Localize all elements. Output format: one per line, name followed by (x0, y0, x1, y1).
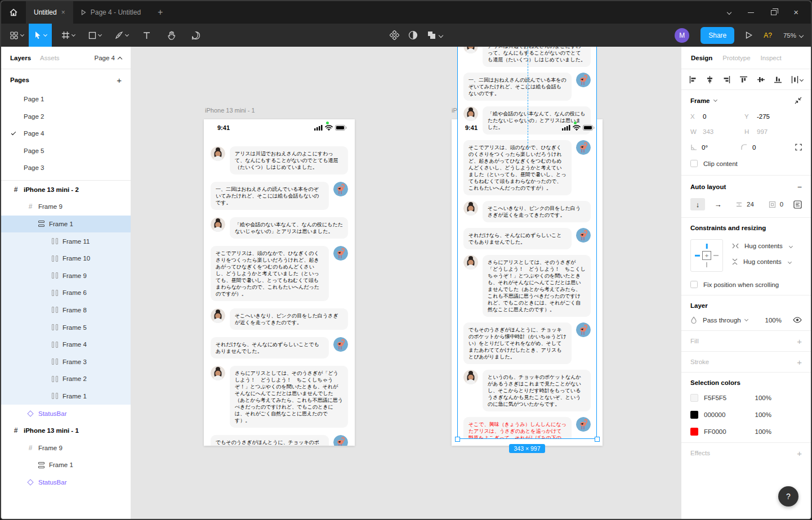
constraint-right-mark[interactable] (713, 255, 719, 256)
layer-row[interactable]: Frame 6 (1, 284, 131, 302)
component-icon[interactable] (390, 30, 399, 40)
selected-frame-1[interactable]: アリスは川辺でおねえさんのよこにすわって、なんにもすることがないのでとても退屈（… (457, 47, 597, 439)
restore-icon[interactable] (771, 10, 777, 15)
zoom-level-dropdown[interactable]: 75% (783, 32, 803, 39)
layer-row[interactable]: Frame 1 (1, 388, 131, 405)
selection-color-row[interactable]: F5F5F5 100% (690, 394, 802, 402)
tab-layers[interactable]: Layers (10, 55, 31, 61)
color-swatch[interactable] (690, 428, 698, 436)
constraint-center-icon[interactable]: + (702, 251, 711, 260)
tab-prototype[interactable]: Prototype (722, 55, 750, 61)
constraint-top-mark[interactable] (706, 244, 708, 249)
font-preview-toggle[interactable]: A? (764, 32, 772, 39)
text-tool-button[interactable] (138, 24, 155, 47)
selection-handle-bottom-right[interactable] (595, 437, 600, 442)
independent-corners-icon[interactable] (795, 144, 802, 151)
page-item[interactable]: Page 1 (1, 91, 131, 108)
constraints-widget[interactable]: + (690, 239, 723, 272)
add-fill-button[interactable]: + (797, 337, 802, 346)
layout-direction-vertical-button[interactable]: ↓ (690, 198, 705, 210)
visibility-eye-icon[interactable] (793, 317, 802, 323)
align-top-icon[interactable] (740, 76, 747, 83)
collapse-icon[interactable] (795, 97, 802, 104)
layer-row[interactable]: #Frame 9 (1, 439, 131, 456)
avatar[interactable]: M (675, 28, 689, 43)
constraint-bottom-mark[interactable] (706, 262, 707, 267)
padding-input[interactable]: 0 (769, 201, 783, 208)
window-menu-chevron-icon[interactable] (727, 10, 731, 15)
share-button[interactable]: Share (701, 27, 734, 44)
frame-type-dropdown[interactable]: Frame (690, 97, 717, 104)
rotation-input[interactable]: 0° (690, 144, 741, 151)
layer-row-component[interactable]: StatusBar (1, 474, 131, 491)
move-tool-button[interactable] (29, 24, 52, 47)
frame-title-iphone-13-mini-1[interactable]: iPhone 13 mini - 1 (205, 107, 255, 114)
distribute-menu-button[interactable] (791, 76, 803, 83)
minimize-icon[interactable] (748, 12, 754, 13)
align-right-icon[interactable] (723, 76, 730, 83)
shape-tool-button[interactable] (83, 24, 106, 47)
layer-row[interactable]: Frame 11 (1, 232, 131, 250)
layer-row[interactable]: #iPhone 13 mini - 1 (1, 422, 131, 440)
new-tab-button[interactable]: + (149, 1, 172, 24)
align-bottom-icon[interactable] (774, 76, 782, 83)
constraint-left-mark[interactable] (695, 255, 700, 257)
selection-color-row[interactable]: 000000 100% (690, 411, 802, 419)
x-position-input[interactable]: X0 (690, 113, 744, 120)
tab-page4-untitled[interactable]: Page 4 - Untitled (73, 1, 149, 24)
layer-row[interactable]: Frame 9 (1, 267, 131, 284)
color-swatch[interactable] (690, 411, 698, 419)
blend-mode-dropdown[interactable]: Pass through (703, 317, 748, 324)
page-item-current[interactable]: Page 4 (1, 125, 131, 142)
layer-row[interactable]: Frame 1 (1, 456, 131, 474)
fix-position-checkbox[interactable]: Fix position when scrolling (690, 281, 802, 288)
layer-row[interactable]: Frame 3 (1, 353, 131, 370)
layer-row[interactable]: #Frame 9 (1, 198, 131, 216)
page-item[interactable]: Page 2 (1, 108, 131, 125)
vertical-resizing-dropdown[interactable]: Hug contents (732, 258, 792, 265)
layer-row-component[interactable]: StatusBar (1, 405, 131, 422)
layer-row[interactable]: Frame 8 (1, 302, 131, 319)
layer-row[interactable]: Frame 2 (1, 370, 131, 388)
item-spacing-input[interactable]: 24 (735, 201, 754, 208)
height-input[interactable]: H997 (744, 128, 798, 135)
layer-row[interactable]: #iPhone 13 mini - 2 (1, 181, 131, 199)
add-page-button[interactable]: + (117, 75, 122, 85)
layer-row[interactable]: Frame 5 (1, 319, 131, 336)
y-position-input[interactable]: Y-275 (744, 113, 798, 120)
mask-icon[interactable] (408, 30, 418, 40)
layer-row[interactable]: Frame 10 (1, 250, 131, 267)
home-button[interactable] (1, 1, 26, 24)
width-input[interactable]: W343 (690, 128, 744, 135)
clip-content-checkbox[interactable]: Clip content (690, 160, 802, 167)
tab-close-icon[interactable]: × (61, 8, 65, 16)
iphone-13-mini-1-frame[interactable]: 9:41 アリスは川辺でおねえさんのよこにすわって、なんにもすることがないのでと… (204, 119, 355, 446)
add-effect-button[interactable]: + (797, 449, 802, 458)
tab-assets[interactable]: Assets (40, 55, 60, 61)
corner-radius-input[interactable]: 0 (741, 144, 792, 151)
remove-auto-layout-button[interactable]: − (797, 182, 802, 191)
page-selector[interactable]: Page 4 (95, 55, 122, 61)
canvas[interactable]: iPhone 13 mini - 1 9:41 アリスは川辺でおねえさんのよこに… (131, 47, 681, 519)
align-horizontal-center-icon[interactable] (706, 76, 713, 83)
alignment-box-icon[interactable] (793, 200, 802, 209)
selection-color-row[interactable]: FF0000 100% (690, 428, 802, 436)
tab-inspect[interactable]: Inspect (761, 55, 782, 61)
help-button[interactable]: ? (778, 486, 798, 506)
frame-tool-button[interactable] (56, 24, 80, 47)
layer-row[interactable]: Frame 4 (1, 336, 131, 353)
align-left-icon[interactable] (689, 76, 697, 83)
close-icon[interactable]: × (793, 9, 798, 16)
layout-direction-horizontal-button[interactable]: → (711, 198, 725, 210)
tab-untitled[interactable]: Untitled × (26, 1, 73, 24)
layer-opacity-input[interactable]: 100% (765, 317, 782, 324)
page-item[interactable]: Page 3 (1, 159, 131, 177)
page-item[interactable]: Page 5 (1, 142, 131, 160)
selection-handle-bottom-left[interactable] (455, 437, 460, 442)
pen-tool-button[interactable] (110, 24, 133, 47)
layer-row-selected[interactable]: Frame 1 (1, 216, 131, 233)
main-menu-button[interactable] (5, 24, 29, 47)
horizontal-resizing-dropdown[interactable]: Hug contents (732, 243, 792, 249)
boolean-group-button[interactable] (427, 30, 443, 40)
align-vertical-center-icon[interactable] (757, 76, 765, 83)
